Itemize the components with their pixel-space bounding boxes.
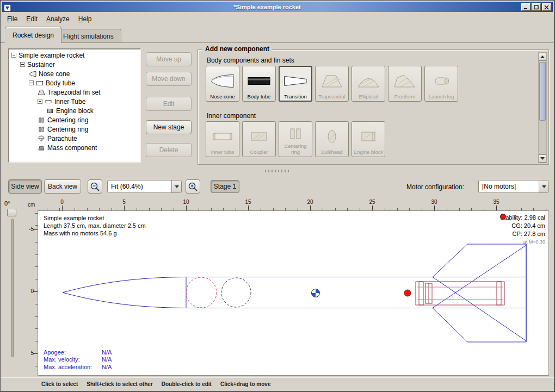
menu-analyze[interactable]: Analyze [42,14,74,24]
inner-component-row: Inner tube Coupler Centering ring Bulkhe… [206,121,385,157]
up-arrow-icon [540,53,545,58]
add-bulkhead-button: Bulkhead [315,121,349,157]
ruler-label: 0 [30,288,34,295]
back-view-button[interactable]: Back view [44,179,81,194]
hint-click-drag: Click+drag to move [220,381,271,387]
fin-icon [38,89,45,96]
cg-marker [312,289,320,297]
window-title: *Simple example rocket [13,4,521,10]
chevron-down-icon [175,185,179,190]
add-freeform-fin-button: Freeform [388,66,422,102]
component-panel-scrollbar[interactable] [538,52,547,163]
zoom-level-combo[interactable]: Fit (60.4%) [107,180,182,193]
stage-1-toggle[interactable]: Stage 1 [211,180,239,193]
combo-arrow-button[interactable] [539,181,548,192]
minimize-button[interactable] [521,3,531,11]
rotation-slider-track[interactable] [11,219,14,357]
cp-value: CP: 27.8 cm [512,230,545,238]
tree-item-body-tube[interactable]: Body tube [9,78,140,88]
tree-item-nose-cone[interactable]: Nose cone [9,69,140,78]
scroll-up-button[interactable] [539,53,546,61]
add-nose-cone-button[interactable]: Nose cone [206,66,239,102]
launch-lug-icon [429,68,454,94]
collapse-handle[interactable] [38,99,42,104]
tree-item-label: Simple example rocket [18,52,84,59]
centering-ring-icon [38,117,45,123]
parachute-icon [38,135,45,142]
body-tube-icon [36,80,44,86]
tree-item-sustainer[interactable]: Sustainer [9,60,140,69]
hint-shift-click: Shift+click to select other [87,381,152,387]
tree-item-fin-set[interactable]: Trapezoidal fin set [9,88,140,97]
add-transition-button[interactable]: Transition [279,66,312,102]
transition-icon [283,68,308,94]
parachute-outline[interactable] [186,277,217,308]
add-engine-block-button: Engine block [351,121,385,157]
body-tube-icon [246,68,272,94]
rocket-dimensions: Length 37.5 cm, max. diameter 2.5 cm [44,222,146,229]
rocket-outline[interactable] [63,244,526,342]
combo-arrow-button[interactable] [171,181,181,192]
tree-item-mass-component[interactable]: Mass component [9,143,140,152]
mass-component-outline[interactable] [221,278,251,307]
apogee-value: N/A [102,349,112,357]
tab-flight-simulations[interactable]: Flight simulations [55,29,121,43]
tree-item-rocket[interactable]: Simple example rocket [9,51,140,60]
zoom-out-button[interactable] [88,179,102,194]
add-inner-tube-button: Inner tube [206,121,239,157]
trapezoidal-fin-icon [319,68,344,94]
scrollbar-thumb[interactable] [539,62,546,121]
tree-item-label: Nose cone [39,70,70,78]
rocket-design-canvas[interactable]: Simple example rocket Length 37.5 cm, ma… [38,210,549,376]
horizontal-ruler: 0 5 10 15 20 25 30 35 [38,198,549,210]
tree-item-centering-ring[interactable]: Centering ring [9,125,140,134]
tree-item-label: Parachute [47,135,77,142]
cg-value: CG: 20.4 cm [511,222,545,230]
rotation-slider-thumb[interactable] [7,209,16,216]
tree-item-label: Body tube [46,79,75,87]
collapse-handle[interactable] [11,53,16,58]
tree-item-centering-ring[interactable]: Centering ring [9,115,140,125]
app-icon [4,4,11,11]
centering-ring-icon [38,126,45,133]
title-bar[interactable]: *Simple example rocket [2,2,553,12]
tab-strip-line [1,42,554,43]
zoom-in-button[interactable] [186,179,200,194]
tree-item-label: Sustainer [27,61,55,69]
ruler-label: -5 [29,226,34,233]
move-down-button: Move down [146,72,192,86]
collapse-handle[interactable] [20,62,25,67]
tree-item-inner-tube[interactable]: Inner Tube [9,97,140,106]
edit-button: Edit [146,97,192,111]
side-view-button[interactable]: Side view [8,179,42,194]
hint-click-select: Click to select [41,381,78,387]
motor-configuration-combo[interactable]: [No motors] [478,180,549,193]
add-elliptical-fin-button: Elliptical [351,66,385,102]
nose-cone-icon [210,68,235,94]
splitter-handle[interactable] [265,170,291,172]
menu-help[interactable]: Help [74,14,96,24]
add-trapezoidal-fin-button: Trapezoidal [315,66,349,102]
maximize-button[interactable] [532,3,541,11]
zoom-level-value: Fit (60.4%) [108,183,171,190]
add-new-component-panel: Add new component Body components and fi… [198,49,549,165]
tree-item-engine-block[interactable]: Engine block [9,106,140,115]
menu-edit[interactable]: Edit [22,14,42,24]
new-stage-button[interactable]: New stage [146,120,192,134]
scroll-down-button[interactable] [539,154,546,163]
ruler-label: 20 [305,199,316,205]
tree-item-label: Engine block [56,107,94,115]
app-window: *Simple example rocket File Edit Analyze… [0,0,555,392]
ruler-label: 5 [30,350,34,357]
tab-rocket-design[interactable]: Rocket design [5,27,61,43]
collapse-handle[interactable] [29,80,34,85]
stability-value: Stability: 2.98 cal [500,214,545,222]
close-button[interactable] [542,3,551,11]
cp-marker [404,290,411,296]
menu-file[interactable]: File [3,14,22,24]
stability-block: Stability: 2.98 cal CG: 20.4 cm CP: 27.8… [500,214,545,246]
inner-tube-drawing[interactable] [416,282,504,305]
add-body-tube-button[interactable]: Body tube [242,66,276,102]
component-tree[interactable]: Simple example rocket Sustainer Nose con… [8,48,141,163]
tree-item-parachute[interactable]: Parachute [9,134,140,143]
